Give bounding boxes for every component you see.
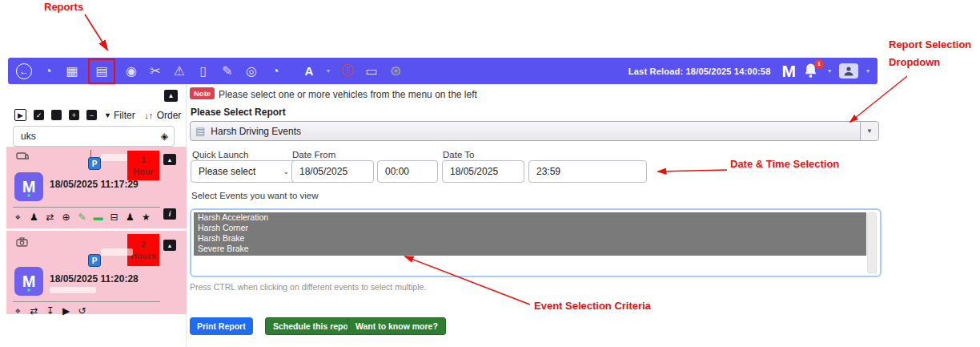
brand-logo: M: [781, 63, 796, 79]
collapse-all-icon[interactable]: −: [86, 110, 97, 120]
avatar-caret-icon[interactable]: ▾: [866, 67, 870, 75]
annotation-date-time: Date & Time Selection: [730, 158, 839, 170]
want-to-know-more-button[interactable]: Want to know more?: [347, 317, 446, 335]
filter-toolbar: ▶ ✓ + − ▼ Filter ↓↑ Order: [14, 109, 189, 121]
event-option[interactable]: Harsh Corner: [194, 223, 866, 233]
dashboard-icon[interactable]: ◔: [40, 63, 56, 80]
swap-route-icon[interactable]: ⇄: [45, 212, 55, 223]
clear-search-icon[interactable]: ◈: [161, 131, 168, 142]
locate-icon[interactable]: ⌖: [13, 212, 23, 223]
back-icon[interactable]: ←: [16, 63, 32, 79]
vehicle-timestamp: 18/05/2025 11:17:29: [50, 179, 139, 190]
steering-wheel-icon[interactable]: ⊛: [388, 63, 404, 80]
play-video-icon[interactable]: ▶: [61, 305, 71, 317]
green-pen-icon[interactable]: ✎: [77, 212, 87, 223]
dropdown-caret-icon[interactable]: ▼: [860, 122, 878, 140]
select-all-icon[interactable]: [51, 110, 62, 120]
person-icon[interactable]: ♟: [125, 212, 135, 223]
play-select-icon[interactable]: ▶: [14, 109, 26, 121]
date-to-input[interactable]: [442, 160, 524, 183]
date-from-label: Date From: [292, 150, 335, 159]
vehicle-logo-tile: M: [14, 267, 43, 296]
camera-icon: [16, 237, 28, 247]
toolbar-right-group: Last Reload: 18/05/2025 14:00:58 M 1 ▾ ▾: [629, 63, 870, 80]
vehicle-search-input[interactable]: [19, 130, 161, 143]
filter-funnel-icon[interactable]: ▼: [104, 110, 111, 120]
bell-caret-icon[interactable]: ▾: [828, 67, 831, 75]
map-icon[interactable]: ▦: [64, 63, 80, 80]
parking-status-badge: P: [88, 254, 101, 267]
quick-launch-select[interactable]: Please select ⌄: [191, 160, 297, 183]
notifications-bell-icon[interactable]: 1: [804, 63, 820, 80]
select-events-label: Select Events you want to view: [191, 191, 319, 200]
edit-icon[interactable]: ✎: [219, 63, 235, 80]
swap-route-icon[interactable]: ⇄: [29, 305, 39, 317]
nav-logo-icon[interactable]: A: [301, 63, 317, 80]
shield-icon[interactable]: Ⓣ: [339, 63, 355, 80]
driver-icon[interactable]: ♟: [29, 212, 39, 223]
history-icon[interactable]: ↺: [77, 305, 87, 317]
report-select-dropdown[interactable]: ▤ Harsh Driving Events ▼: [190, 121, 879, 141]
top-toolbar: ← ◔ ▦ ▤ ◉ ✂ ⚠ ▯ ✎ ◎ ◔ A ▾ Ⓣ ▭ ⊛ Last Rel…: [8, 58, 878, 84]
events-scrollbar[interactable]: [867, 212, 877, 273]
locate-icon[interactable]: ⌖: [13, 305, 23, 317]
user-avatar[interactable]: [839, 63, 858, 79]
vehicle-logo-tile: M: [14, 172, 43, 201]
vehicle-timestamp: 18/05/2025 11:20:28: [50, 273, 139, 284]
card-collapse-button[interactable]: ▲: [163, 240, 176, 251]
quick-launch-label: Quick Launch: [192, 150, 248, 159]
location-icon[interactable]: ◉: [123, 63, 139, 80]
card-divider: [13, 207, 160, 208]
calendar-icon[interactable]: ⊟: [109, 212, 119, 223]
cut-percent-icon[interactable]: ✂: [147, 63, 163, 80]
fuel-icon[interactable]: ▯: [195, 63, 211, 80]
time-to-input[interactable]: [528, 160, 647, 183]
sidebar-collapse-button[interactable]: ▲: [164, 90, 178, 102]
date-to-label: Date To: [443, 150, 474, 159]
note-text: Please select one or more vehicles from …: [219, 89, 477, 100]
last-reload-text: Last Reload: 18/05/2025 14:00:58: [629, 67, 771, 76]
event-option[interactable]: Harsh Brake: [194, 233, 866, 244]
vehicle-search-box: ◈: [13, 126, 175, 147]
trailer-icon[interactable]: ▭: [363, 63, 380, 80]
filter-label[interactable]: Filter: [114, 110, 135, 121]
parking-status-badge: P: [88, 157, 101, 170]
annotation-event-selection: Event Selection Criteria: [534, 300, 651, 312]
alerts-icon[interactable]: ⚠: [171, 63, 187, 80]
vehicle-card[interactable]: 2 Hours ▲ P M 18/05/2025 11:20:28 ⌖ ⇄ ↧ …: [6, 231, 187, 314]
time-from-input[interactable]: [377, 160, 438, 183]
gauge-icon[interactable]: ◔: [267, 63, 283, 80]
favourite-star-icon[interactable]: ★: [141, 212, 151, 223]
annotation-report-selection-line2: Dropdown: [889, 56, 940, 68]
info-button[interactable]: i: [163, 208, 176, 220]
download-icon[interactable]: ↧: [45, 305, 55, 317]
redacted-area: [101, 248, 133, 256]
duration-value: 1: [141, 154, 146, 165]
order-label[interactable]: Order: [157, 110, 182, 121]
wheel-hub-icon[interactable]: ◎: [243, 63, 259, 80]
globe-icon[interactable]: ⊕: [61, 212, 71, 223]
nav-caret-icon[interactable]: ▾: [325, 63, 331, 80]
app-window: Reports Report Selection Dropdown Date &…: [0, 0, 980, 347]
event-option[interactable]: Harsh Acceleration: [194, 212, 866, 223]
duration-unit: Hours: [131, 250, 156, 261]
ctrl-hint-text: Press CTRL when clicking on different ev…: [190, 282, 426, 292]
select-report-label: Please Select Report: [191, 107, 286, 118]
print-report-button[interactable]: Print Report: [190, 317, 253, 335]
vehicle-card[interactable]: | P 1 Hour ▲ M 18/05/2025 11:17:29 ⌖ ♟ ⇄…: [6, 147, 187, 228]
report-selected-value: Harsh Driving Events: [211, 126, 301, 137]
notification-badge: 1: [814, 59, 824, 69]
date-from-input[interactable]: [291, 160, 374, 183]
order-arrows-icon[interactable]: ↓↑: [143, 110, 155, 120]
annotation-reports: Reports: [44, 1, 83, 13]
expand-all-icon[interactable]: +: [69, 110, 79, 120]
battery-status-icon[interactable]: ▬: [93, 212, 103, 223]
vehicle-sidebar: ▲ ▶ ✓ + − ▼ Filter ↓↑ Order ◈ | P: [6, 84, 187, 347]
events-multiselect[interactable]: Harsh Acceleration Harsh Corner Harsh Br…: [190, 208, 882, 277]
quick-launch-value: Please select: [199, 166, 255, 177]
checkbox-checked-icon[interactable]: ✓: [34, 110, 44, 120]
event-option[interactable]: Severe Brake: [194, 244, 866, 254]
card-collapse-button[interactable]: ▲: [163, 154, 176, 165]
reports-icon[interactable]: ▤: [88, 59, 115, 84]
vehicle-action-icons: ⌖ ♟ ⇄ ⊕ ✎ ▬ ⊟ ♟ ★: [13, 212, 157, 223]
